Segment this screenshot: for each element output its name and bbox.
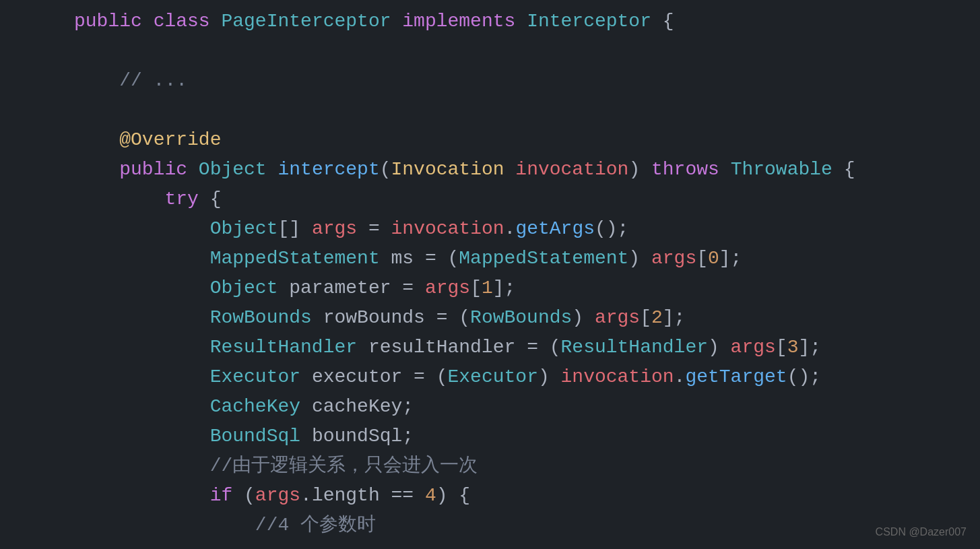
code-token: (); — [595, 218, 628, 239]
code-token: [ — [470, 278, 482, 298]
code-token: public — [74, 11, 154, 32]
code-line: public class PageInterceptor implements … — [40, 7, 953, 36]
code-token: [ — [696, 248, 708, 269]
line-content: Executor executor = (Executor) invocatio… — [74, 362, 953, 391]
code-line: MappedStatement ms = (MappedStatement) a… — [40, 244, 953, 273]
code-token: //由于逻辑关系，只会进入一次 — [210, 455, 478, 476]
code-line: Object parameter = args[1]; — [40, 273, 953, 303]
code-token: (); — [787, 366, 821, 387]
code-token: ) — [628, 159, 651, 180]
code-token: = — [391, 278, 425, 298]
code-token: { — [832, 159, 855, 180]
code-token — [74, 248, 210, 269]
code-token: [ — [640, 307, 651, 328]
code-token: args — [312, 218, 357, 239]
line-content: CacheKey cacheKey; — [74, 392, 953, 421]
code-token: RowBounds — [210, 307, 323, 328]
code-token: parameter — [289, 278, 391, 298]
code-token: 3 — [787, 337, 799, 358]
code-token: args — [595, 307, 640, 328]
code-token: executor = ( — [312, 366, 448, 387]
code-token: ]; — [493, 278, 516, 298]
code-token: ) — [708, 337, 731, 358]
code-token: [] — [277, 218, 311, 239]
line-content: BoundSql boundSql; — [74, 422, 953, 451]
line-content: Object parameter = args[1]; — [74, 273, 953, 302]
code-token: 4 — [425, 485, 436, 506]
code-token — [74, 485, 210, 506]
code-token: args — [731, 337, 776, 358]
code-token: ) — [628, 248, 651, 269]
code-line: CacheKey cacheKey; — [40, 392, 953, 422]
code-token: rowBounds = ( — [323, 307, 470, 328]
code-token: 0 — [708, 248, 719, 269]
line-content: //由于逻辑关系，只会进入一次 — [74, 451, 953, 480]
code-line: ResultHandler resultHandler = (ResultHan… — [40, 333, 953, 362]
code-token: cacheKey; — [312, 396, 414, 417]
code-token: . — [674, 366, 686, 387]
code-token: ( — [380, 159, 391, 180]
code-token: try — [164, 189, 198, 209]
code-token: .length == — [300, 485, 425, 506]
code-token: implements — [402, 11, 527, 32]
code-token: = — [357, 218, 391, 239]
code-token: MappedStatement — [459, 248, 628, 269]
line-content — [74, 96, 953, 125]
code-line: // ... — [40, 66, 953, 96]
code-token: . — [504, 218, 516, 239]
code-token: 2 — [651, 307, 663, 328]
code-token: ]; — [719, 248, 742, 269]
code-token: public — [119, 159, 199, 180]
code-line: Executor executor = (Executor) invocatio… — [40, 362, 953, 392]
code-token: ]; — [798, 337, 821, 358]
code-token: ) { — [436, 485, 470, 506]
line-content: @Override — [74, 125, 953, 154]
code-token: args — [651, 248, 696, 269]
code-token: Executor — [210, 366, 312, 387]
code-token — [74, 515, 255, 536]
code-token — [74, 396, 210, 417]
code-token: resultHandler = ( — [368, 337, 561, 358]
code-token: BoundSql — [210, 426, 312, 447]
code-token: = ( — [414, 248, 459, 269]
code-token: { — [651, 11, 674, 32]
code-line: public Object intercept(Invocation invoc… — [40, 155, 953, 185]
code-token: Object — [210, 278, 290, 298]
code-token: ms — [391, 248, 414, 269]
line-content: Object[] args = invocation.getArgs(); — [74, 214, 953, 243]
code-token: PageInterceptor — [221, 11, 402, 32]
watermark: CSDN @Dazer007 — [876, 524, 967, 541]
code-token: ResultHandler — [561, 337, 708, 358]
code-token: ]; — [663, 307, 686, 328]
code-line: RowBounds rowBounds = (RowBounds) args[2… — [40, 303, 953, 333]
code-token — [74, 218, 210, 239]
code-token: RowBounds — [470, 307, 572, 328]
code-token: // ... — [74, 70, 187, 91]
code-token: Object — [210, 218, 278, 239]
code-line: try { — [40, 185, 953, 214]
code-token — [74, 307, 210, 328]
code-line: Object[] args = invocation.getArgs(); — [40, 214, 953, 244]
code-token: invocation — [391, 218, 504, 239]
line-content: public Object intercept(Invocation invoc… — [74, 155, 953, 184]
code-token: class — [154, 11, 222, 32]
code-token: args — [425, 278, 470, 298]
code-token: 1 — [482, 278, 493, 298]
code-token: ) — [538, 366, 561, 387]
code-line: //由于逻辑关系，只会进入一次 — [40, 451, 953, 481]
line-content: RowBounds rowBounds = (RowBounds) args[2… — [74, 303, 953, 332]
code-token — [74, 159, 119, 180]
code-token — [74, 426, 210, 447]
code-token: @Override — [119, 129, 221, 150]
code-token: MappedStatement — [210, 248, 391, 269]
line-content — [74, 36, 953, 65]
code-container: public class PageInterceptor implements … — [0, 0, 980, 549]
line-content: try { — [74, 185, 953, 214]
code-token: ) — [572, 307, 595, 328]
code-token: throws — [651, 159, 731, 180]
code-line: @Override — [40, 125, 953, 155]
code-token: ( — [232, 485, 255, 506]
code-token: CacheKey — [210, 396, 312, 417]
line-content: if (args.length == 4) { — [74, 481, 953, 510]
code-token — [74, 366, 210, 387]
